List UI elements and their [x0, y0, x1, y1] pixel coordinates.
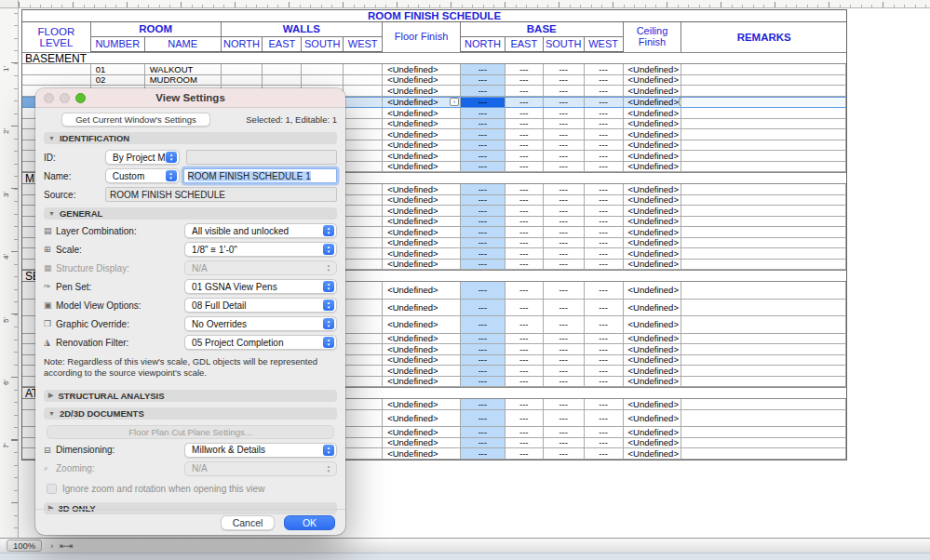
table-cell: ---	[544, 377, 585, 387]
table-cell: <Undefined>	[383, 355, 461, 366]
fit-in-window-icon[interactable]: ⇤⇥	[60, 541, 72, 551]
dialog-titlebar[interactable]: View Settings	[35, 88, 345, 108]
table-cell: ---	[461, 355, 505, 366]
table-cell	[344, 377, 383, 387]
schedule-title: ROOM FINISH SCHEDULE	[22, 10, 846, 22]
table-cell: ---	[585, 217, 624, 227]
source-label: Source:	[44, 190, 105, 200]
table-cell: ---	[461, 184, 505, 194]
name-field[interactable]: ROOM FINISH SCHEDULE 1	[183, 168, 337, 183]
column-header-walls-north: NORTH	[222, 37, 263, 51]
table-cell: <Undefined>	[383, 260, 461, 270]
disclosure-triangle-icon: ▶	[48, 392, 53, 399]
table-cell: ---	[505, 366, 544, 376]
ruler-label: 1'	[2, 66, 10, 72]
table-cell: MUDROOM	[145, 75, 222, 86]
setting-popup: N/A▲▼	[184, 260, 337, 275]
table-cell: <Undefined>	[383, 316, 461, 333]
id-field	[186, 150, 337, 165]
table-cell: ---	[585, 129, 624, 140]
cancel-button[interactable]: Cancel	[221, 515, 275, 530]
stepper-icon: ▲▼	[323, 244, 334, 255]
table-cell	[344, 260, 383, 270]
table-cell	[681, 119, 846, 129]
minimize-button[interactable]	[60, 93, 70, 103]
close-button[interactable]	[44, 93, 54, 103]
table-cell: <Undefined>	[624, 438, 682, 448]
table-cell: ---	[505, 64, 544, 74]
table-cell: ---	[585, 64, 624, 74]
ruler-label: 5'	[2, 317, 10, 323]
table-cell: ---	[544, 399, 585, 409]
table-cell: ---	[585, 98, 624, 108]
table-cell: <Undefined>	[624, 217, 682, 227]
table-cell	[344, 206, 383, 216]
source-field: ROOM FINISH SCHEDULE	[105, 187, 337, 202]
name-popup[interactable]: Custom ▲▼	[105, 168, 180, 183]
setting-popup[interactable]: All visible and unlocked▲▼	[184, 223, 337, 238]
table-cell	[681, 448, 846, 459]
table-cell: ---	[544, 86, 585, 96]
get-current-window-settings-button[interactable]: Get Current Window's Settings	[61, 113, 210, 127]
table-cell: ---	[505, 316, 544, 333]
setting-popup[interactable]: No Overrides▲▼	[184, 316, 337, 331]
table-row[interactable]: 02MUDROOM<Undefined>------------<Undefin…	[22, 75, 846, 87]
table-cell: ---	[505, 195, 544, 206]
table-cell: <Undefined>	[624, 260, 682, 270]
table-cell	[344, 282, 383, 299]
setting-label: Pen Set:	[56, 282, 184, 292]
table-cell	[681, 438, 846, 448]
renovation-filter-icon: ◮	[44, 338, 56, 347]
zoom-menu-chevron-icon[interactable]: ›	[50, 541, 53, 551]
table-cell: ---	[461, 119, 505, 129]
table-cell: ---	[461, 227, 505, 237]
table-cell: ---	[544, 427, 585, 437]
scale-icon: ⊞	[44, 245, 56, 254]
zoom-level-button[interactable]: 100%	[7, 540, 42, 552]
table-cell	[344, 410, 383, 427]
table-cell	[344, 316, 383, 333]
table-cell	[681, 427, 846, 437]
setting-popup[interactable]: 08 Full Detail▲▼	[184, 298, 337, 313]
table-cell	[344, 217, 383, 227]
table-cell: ---	[585, 344, 624, 354]
table-cell: ---	[544, 162, 585, 172]
table-cell: ---	[461, 195, 505, 206]
id-popup[interactable]: By Project Map ▲▼	[105, 150, 180, 165]
setting-popup[interactable]: 05 Project Completion▲▼	[184, 335, 337, 350]
stepper-icon: ▲▼	[166, 170, 177, 181]
setting-popup[interactable]: 01 GSNA View Pens▲▼	[184, 279, 337, 294]
table-cell: ---	[505, 427, 544, 437]
table-cell: ---	[461, 366, 505, 376]
table-cell: <Undefined>	[383, 427, 461, 437]
zoom-window-button[interactable]	[75, 93, 86, 103]
table-cell: <Undefined>	[383, 140, 461, 151]
cell-expander-button[interactable]: ›	[450, 98, 459, 106]
section-2d3d-documents[interactable]: ▼ 2D/3D DOCUMENTS	[44, 407, 337, 420]
table-cell: ---	[544, 238, 585, 248]
dimensioning-popup[interactable]: Millwork & Details ▲▼	[184, 443, 337, 458]
table-cell: <Undefined>	[383, 377, 461, 387]
column-header-floor-level: FLOOR LEVEL	[22, 22, 91, 52]
stepper-icon: ▲▼	[166, 152, 177, 163]
section-structural-analysis[interactable]: ▶ STRUCTURAL ANALYSIS	[44, 390, 337, 402]
table-cell: ---	[505, 355, 544, 366]
model-view-options-icon: ▣	[44, 300, 56, 310]
table-cell	[344, 427, 383, 437]
table-cell: <Undefined>	[624, 282, 682, 299]
table-cell: <Undefined>	[624, 108, 682, 118]
table-cell: ---	[505, 86, 544, 96]
ruler-label: 3'	[2, 192, 10, 197]
table-cell: <Undefined>	[624, 119, 682, 129]
document-canvas: 1'2'3'4'5'6'7' ROOM FINISH SCHEDULE FLOO…	[0, 0, 930, 538]
setting-popup[interactable]: 1/8" ≡ 1'-0"▲▼	[184, 242, 337, 257]
ok-button[interactable]: OK	[284, 515, 335, 530]
column-header-base-north: NORTH	[461, 37, 505, 51]
section-general[interactable]: ▼ GENERAL	[44, 207, 337, 220]
table-cell: ---	[505, 98, 544, 108]
section-identification[interactable]: ▼ IDENTIFICATION	[44, 132, 337, 144]
table-cell: <Undefined>›	[624, 98, 682, 108]
table-cell: ---	[585, 238, 624, 248]
table-row[interactable]: 01WALKOUT<Undefined>------------<Undefin…	[22, 64, 846, 75]
table-cell: WALKOUT	[145, 64, 222, 74]
